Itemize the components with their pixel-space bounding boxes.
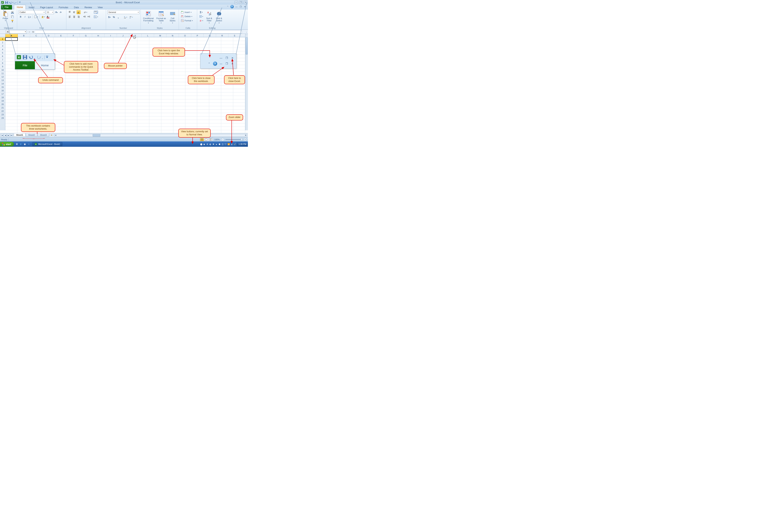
row-header[interactable]: 20: [0, 103, 5, 106]
start-button[interactable]: start: [0, 142, 14, 146]
undo-icon[interactable]: [9, 1, 13, 4]
minimize-app-button[interactable]: —: [234, 1, 238, 4]
row-header[interactable]: 24: [0, 116, 5, 120]
col-header-N[interactable]: N: [166, 34, 179, 37]
cut-button[interactable]: [10, 10, 14, 14]
autosum-button[interactable]: Σ: [199, 10, 204, 14]
tray-icon[interactable]: 🖨: [230, 143, 233, 145]
formula-input[interactable]: [35, 30, 242, 34]
font-size-combo[interactable]: 11▾: [46, 10, 54, 14]
normal-view-button[interactable]: [200, 138, 204, 141]
zoom-out-button[interactable]: −: [221, 138, 224, 141]
format-painter-button[interactable]: [10, 19, 14, 23]
show-desktop-icon[interactable]: 🖥: [15, 142, 18, 146]
col-header-L[interactable]: L: [142, 34, 154, 37]
close-app-button[interactable]: ✕: [244, 1, 247, 4]
decrease-decimal-button[interactable]: .00.0: [129, 15, 134, 19]
restore-app-button[interactable]: ❐: [239, 1, 242, 4]
font-color-button[interactable]: A: [46, 15, 50, 19]
orientation-button[interactable]: ab: [83, 10, 88, 14]
page-break-view-button[interactable]: [208, 138, 213, 141]
tray-icon[interactable]: 🔊: [233, 143, 236, 145]
align-top-button[interactable]: [68, 10, 72, 14]
tray-icon[interactable]: ⬤: [200, 143, 202, 145]
col-header-E[interactable]: E: [55, 34, 67, 37]
col-header-C[interactable]: C: [30, 34, 43, 37]
tray-icon[interactable]: ◆: [203, 143, 205, 145]
comma-format-button[interactable]: ,: [116, 15, 120, 19]
col-header-H[interactable]: H: [92, 34, 104, 37]
tray-icon[interactable]: ◐: [209, 143, 212, 145]
row-header[interactable]: 11: [0, 72, 5, 75]
underline-button[interactable]: U: [27, 15, 31, 19]
sheet-nav-next[interactable]: ▶: [7, 134, 10, 137]
help-icon[interactable]: ?: [230, 5, 234, 8]
row-header[interactable]: 16: [0, 89, 5, 92]
increase-indent-button[interactable]: [87, 15, 91, 19]
col-header-P[interactable]: P: [191, 34, 204, 37]
insert-function-button[interactable]: fx: [31, 31, 35, 33]
increase-decimal-button[interactable]: .0.00: [123, 15, 128, 19]
insert-cells-button[interactable]: +Insert▾: [180, 10, 192, 14]
tray-icon[interactable]: ⬢: [218, 143, 221, 145]
paste-button[interactable]: Paste ▾: [2, 10, 9, 22]
horizontal-scrollbar[interactable]: ◀ ▶: [54, 134, 247, 137]
zoom-percent[interactable]: 100%: [214, 138, 220, 141]
zoom-slider[interactable]: [225, 139, 242, 140]
bold-button[interactable]: B: [19, 15, 22, 19]
col-header-I[interactable]: I: [104, 34, 117, 37]
sort-filter-button[interactable]: AZ Sort & Filter▾: [205, 10, 213, 24]
italic-button[interactable]: I: [23, 15, 27, 19]
tray-icon[interactable]: ✖: [212, 143, 215, 145]
row-header[interactable]: 19: [0, 99, 5, 103]
vertical-scrollbar[interactable]: [245, 34, 248, 130]
wrap-text-button[interactable]: [93, 10, 99, 14]
percent-format-button[interactable]: %: [112, 15, 116, 19]
find-select-button[interactable]: Find & Select▾: [215, 10, 223, 24]
col-header-G[interactable]: G: [80, 34, 92, 37]
format-as-table-button[interactable]: Format as Table▾: [156, 10, 167, 24]
col-header-S[interactable]: S: [228, 34, 241, 37]
name-box[interactable]: A1▾: [6, 30, 27, 34]
customize-qat-icon[interactable]: [18, 1, 21, 4]
merge-center-button[interactable]: a: [93, 15, 99, 19]
borders-button[interactable]: [34, 15, 39, 19]
font-name-combo[interactable]: Calibri▾: [19, 10, 45, 14]
tab-insert[interactable]: Insert: [26, 5, 37, 10]
taskbar-clock[interactable]: 1:39 PM: [237, 142, 248, 146]
sheet-nav-prev[interactable]: ◀: [4, 134, 7, 137]
redo-icon[interactable]: [13, 1, 17, 4]
minimize-ribbon-icon[interactable]: ⌃: [226, 5, 229, 8]
quick-launch-more-icon[interactable]: »: [27, 142, 30, 146]
close-workbook-button[interactable]: ✕: [243, 5, 246, 8]
align-right-button[interactable]: [77, 15, 80, 19]
align-bottom-button[interactable]: [77, 10, 80, 14]
expand-formula-bar-icon[interactable]: ⌄: [245, 31, 248, 33]
row-header[interactable]: 7: [0, 58, 5, 61]
row-header[interactable]: 23: [0, 113, 5, 116]
align-center-button[interactable]: [72, 15, 76, 19]
col-header-O[interactable]: O: [179, 34, 191, 37]
align-left-button[interactable]: [68, 15, 72, 19]
col-header-R[interactable]: R: [216, 34, 228, 37]
file-tab[interactable]: File: [1, 5, 12, 10]
tab-page-layout[interactable]: Page Layout: [37, 5, 56, 10]
minimize-workbook-button[interactable]: —: [235, 5, 238, 8]
row-header[interactable]: 3: [0, 44, 5, 48]
select-all-button[interactable]: [0, 34, 5, 37]
clear-button[interactable]: [199, 19, 204, 22]
delete-cells-button[interactable]: Delete▾: [180, 14, 193, 18]
tray-icon[interactable]: 🛡: [224, 143, 227, 145]
row-header[interactable]: 8: [0, 61, 5, 65]
col-header-F[interactable]: F: [67, 34, 80, 37]
tab-home[interactable]: Home: [14, 5, 26, 10]
row-header[interactable]: 5: [0, 51, 5, 55]
fill-color-button[interactable]: [41, 15, 46, 19]
format-cells-button[interactable]: Format▾: [180, 19, 193, 22]
col-header-M[interactable]: M: [154, 34, 166, 37]
tray-icon[interactable]: ▲: [215, 143, 218, 145]
accounting-format-button[interactable]: $: [107, 15, 111, 19]
row-header[interactable]: 22: [0, 109, 5, 113]
decrease-indent-button[interactable]: [83, 15, 87, 19]
save-icon[interactable]: [5, 1, 8, 4]
